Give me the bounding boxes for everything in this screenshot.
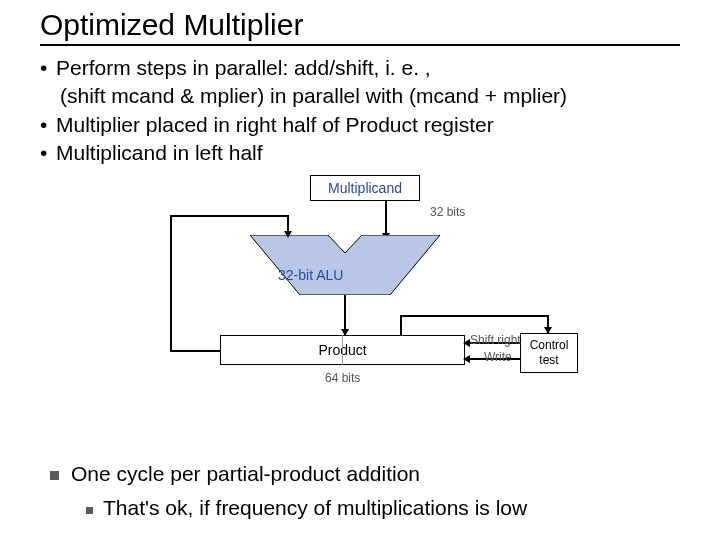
connector-line xyxy=(385,201,387,235)
control-label-1: Control xyxy=(521,338,577,352)
bullet-dot: • xyxy=(40,139,56,167)
control-label-2: test xyxy=(521,353,577,367)
connector-line xyxy=(400,315,548,317)
connector-line xyxy=(170,350,220,352)
product-bits-label: 64 bits xyxy=(325,371,360,385)
arrowhead-left-icon xyxy=(463,339,470,347)
multiplicand-box: Multiplicand xyxy=(310,175,420,201)
bullet-dot: • xyxy=(40,54,56,82)
bullet-text: Perform steps in parallel: add/shift, i.… xyxy=(56,54,431,82)
bullet-list-bottom: One cycle per partial-product addition T… xyxy=(50,459,527,522)
multiplicand-bits-label: 32 bits xyxy=(430,205,465,219)
square-bullet-icon xyxy=(50,471,59,480)
bullet-sub-text: (shift mcand & mplier) in parallel with … xyxy=(60,82,567,110)
slide-title: Optimized Multiplier xyxy=(0,0,720,44)
connector-line xyxy=(400,315,402,335)
alu-shape xyxy=(250,235,440,295)
write-label: Write xyxy=(484,350,512,364)
control-box: Control test xyxy=(520,333,578,373)
product-split-line xyxy=(342,335,343,365)
arrowhead-down-icon xyxy=(544,327,552,334)
shift-right-label: Shift right xyxy=(470,333,521,347)
bullet-row: One cycle per partial-product addition xyxy=(50,459,527,488)
connector-line xyxy=(170,215,172,352)
connector-line xyxy=(170,215,288,217)
bullet-list-top: • Perform steps in parallel: add/shift, … xyxy=(0,54,720,167)
bullet-dot: • xyxy=(40,111,56,139)
multiplier-diagram: Multiplicand 32 bits 32-bit ALU Product … xyxy=(130,175,590,405)
bullet-text: Multiplicand in left half xyxy=(56,139,263,167)
arrowhead-down-icon xyxy=(284,231,292,238)
bullet-sub-row: That's ok, if frequency of multiplicatio… xyxy=(50,493,527,522)
square-bullet-icon xyxy=(86,507,93,514)
bullet-text: Multiplier placed in right half of Produ… xyxy=(56,111,494,139)
bullet-text: One cycle per partial-product addition xyxy=(71,462,420,485)
arrowhead-left-icon xyxy=(463,355,470,363)
alu-label: 32-bit ALU xyxy=(278,267,343,283)
title-underline xyxy=(40,44,680,46)
svg-marker-0 xyxy=(250,235,440,295)
bullet-sub-text: That's ok, if frequency of multiplicatio… xyxy=(103,496,527,519)
